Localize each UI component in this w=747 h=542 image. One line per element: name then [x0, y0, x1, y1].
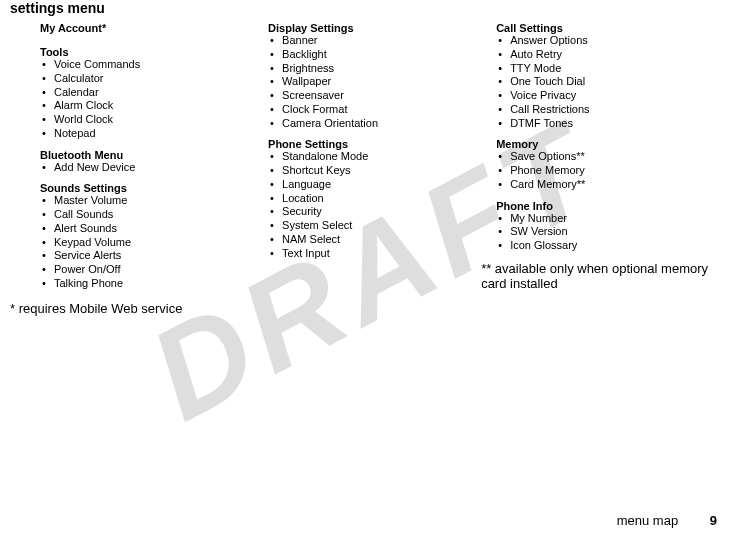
section-header: Memory	[496, 138, 725, 150]
section-header: Tools	[40, 46, 248, 58]
section-header: My Account*	[40, 22, 248, 34]
list: Master Volume Call Sounds Alert Sounds K…	[40, 194, 248, 290]
section-header: Phone Settings	[268, 138, 476, 150]
list-item: Save Options**	[510, 150, 725, 164]
list-item: Voice Privacy	[510, 89, 725, 103]
list-item: Wallpaper	[282, 75, 476, 89]
column-2: Display Settings Banner Backlight Bright…	[268, 22, 476, 316]
column-3: Call Settings Answer Options Auto Retry …	[496, 22, 737, 316]
footer-label: menu map	[617, 513, 678, 528]
list-item: Brightness	[282, 62, 476, 76]
section-header: Phone Info	[496, 200, 725, 212]
list: Voice Commands Calculator Calendar Alarm…	[40, 58, 248, 141]
list: My Number SW Version Icon Glossary	[496, 212, 725, 253]
list-item: NAM Select	[282, 233, 476, 247]
list-item: Banner	[282, 34, 476, 48]
list-item: World Clock	[54, 113, 248, 127]
list-item: Keypad Volume	[54, 236, 248, 250]
list-item: Answer Options	[510, 34, 725, 48]
section-header: Display Settings	[268, 22, 476, 34]
footnote-right: ** available only when optional memory c…	[481, 261, 725, 291]
list-item: SW Version	[510, 225, 725, 239]
list-item: Location	[282, 192, 476, 206]
list-item: DTMF Tones	[510, 117, 725, 131]
list-item: Alert Sounds	[54, 222, 248, 236]
list-item: Power On/Off	[54, 263, 248, 277]
list-item: Phone Memory	[510, 164, 725, 178]
column-1: My Account* Tools Voice Commands Calcula…	[10, 22, 248, 316]
page-content: settings menu My Account* Tools Voice Co…	[0, 0, 747, 316]
list-item: Shortcut Keys	[282, 164, 476, 178]
list-item: Security	[282, 205, 476, 219]
section-header: Sounds Settings	[40, 182, 248, 194]
list-item: Language	[282, 178, 476, 192]
list: Save Options** Phone Memory Card Memory*…	[496, 150, 725, 191]
list-item: Voice Commands	[54, 58, 248, 72]
list-item: Service Alerts	[54, 249, 248, 263]
list-item: TTY Mode	[510, 62, 725, 76]
list-item: Text Input	[282, 247, 476, 261]
list: Standalone Mode Shortcut Keys Language L…	[268, 150, 476, 260]
list: Answer Options Auto Retry TTY Mode One T…	[496, 34, 725, 130]
list-item: Add New Device	[54, 161, 248, 175]
list-item: Standalone Mode	[282, 150, 476, 164]
list-item: Calculator	[54, 72, 248, 86]
list: Banner Backlight Brightness Wallpaper Sc…	[268, 34, 476, 130]
list-item: Master Volume	[54, 194, 248, 208]
page-number: 9	[710, 513, 717, 528]
list-item: Card Memory**	[510, 178, 725, 192]
list-item: Auto Retry	[510, 48, 725, 62]
list-item: My Number	[510, 212, 725, 226]
page-title: settings menu	[10, 0, 737, 16]
page-footer: menu map 9	[617, 513, 717, 528]
columns: My Account* Tools Voice Commands Calcula…	[10, 22, 737, 316]
list-item: Call Sounds	[54, 208, 248, 222]
list-item: Screensaver	[282, 89, 476, 103]
list-item: System Select	[282, 219, 476, 233]
list-item: One Touch Dial	[510, 75, 725, 89]
list-item: Backlight	[282, 48, 476, 62]
section-header: Call Settings	[496, 22, 725, 34]
list: Add New Device	[40, 161, 248, 175]
section-header: Bluetooth Menu	[40, 149, 248, 161]
list-item: Camera Orientation	[282, 117, 476, 131]
list-item: Talking Phone	[54, 277, 248, 291]
list-item: Calendar	[54, 86, 248, 100]
list-item: Clock Format	[282, 103, 476, 117]
list-item: Alarm Clock	[54, 99, 248, 113]
list-item: Notepad	[54, 127, 248, 141]
list-item: Icon Glossary	[510, 239, 725, 253]
footnote-left: * requires Mobile Web service	[10, 301, 248, 316]
list-item: Call Restrictions	[510, 103, 725, 117]
